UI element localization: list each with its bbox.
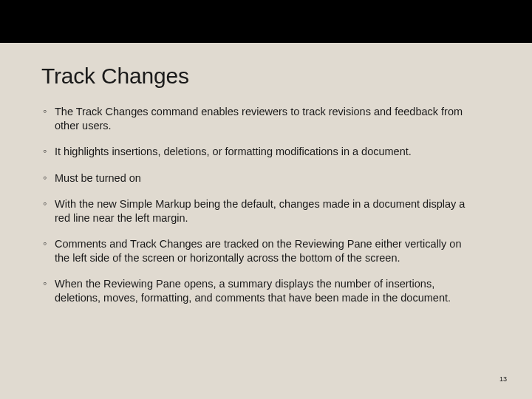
list-item: The Track Changes command enables review… (41, 105, 470, 132)
list-item: It highlights insertions, deletions, or … (41, 145, 470, 159)
slide-content: Track Changes The Track Changes command … (0, 43, 532, 304)
list-item: Comments and Track Changes are tracked o… (41, 237, 470, 265)
list-item: When the Reviewing Pane opens, a summary… (41, 277, 470, 304)
top-bar (0, 0, 532, 43)
list-item: With the new Simple Markup being the def… (41, 197, 470, 225)
bullet-list: The Track Changes command enables review… (41, 105, 491, 304)
slide-title: Track Changes (41, 64, 491, 89)
page-number: 13 (499, 375, 507, 383)
list-item: Must be turned on (41, 171, 470, 185)
